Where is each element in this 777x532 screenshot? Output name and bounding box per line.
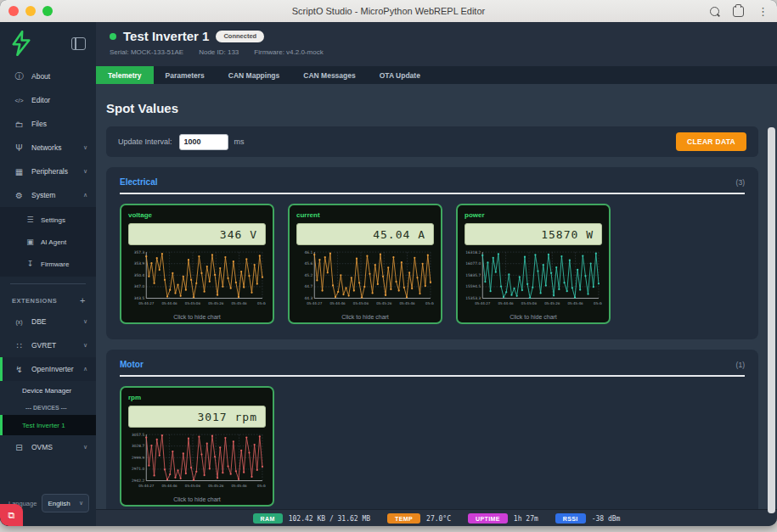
- voltage-chart[interactable]: 357.3353.9350.4347.0343.505:44:2705:44:4…: [128, 249, 266, 313]
- sidebar-item-label: Peripherals: [31, 167, 68, 176]
- sidebar-item-firmware[interactable]: ↧Firmware: [0, 253, 96, 275]
- svg-text:05:46: 05:46: [257, 301, 266, 305]
- update-interval-input[interactable]: [179, 134, 228, 150]
- folder-icon: 🗀: [14, 120, 25, 129]
- status-rssi: RSSI-38 dBm: [555, 513, 621, 524]
- telemetry-card-rpm[interactable]: rpm 3017 rpm 3057.53028.72999.92971.0294…: [120, 386, 274, 507]
- svg-text:05:45:06: 05:45:06: [185, 301, 201, 305]
- sidebar-item-dbe[interactable]: (x)DBE∨: [0, 310, 96, 333]
- tab-telemetry[interactable]: Telemetry: [96, 66, 154, 84]
- lcd-value: 15870 W: [541, 228, 594, 241]
- chevron-down-icon: ∨: [83, 342, 87, 349]
- sidebar-item-label: Test Inverter 1: [22, 422, 65, 429]
- sidebar-item-settings[interactable]: ☰Settings: [0, 209, 96, 231]
- extensions-label: EXTENSIONS: [12, 297, 57, 305]
- info-icon: ⓘ: [14, 70, 25, 82]
- telemetry-card-voltage[interactable]: voltage 346 V 357.3353.9350.4347.0343.50…: [120, 204, 274, 324]
- sidebar-item-openinverter[interactable]: ↯OpenInverter∧: [0, 357, 96, 381]
- sidebar-item-device-manager[interactable]: Device Manager: [0, 381, 96, 400]
- lcd-value: 346 V: [220, 228, 257, 241]
- power-chart[interactable]: 16318.216077.015835.715594.515353.305:44…: [465, 249, 602, 313]
- code-icon: </>: [14, 98, 25, 104]
- sidebar-item-test-inverter-1[interactable]: Test Inverter 1: [0, 415, 96, 435]
- titlebar: ScriptO Studio - MicroPython WebREPL Edi…: [0, 0, 777, 23]
- main-content: Spot Values Update Interval: ms CLEAR DA…: [96, 84, 777, 509]
- connected-badge: Connected: [216, 31, 264, 42]
- hide-chart-hint[interactable]: Click to hide chart: [128, 314, 266, 320]
- hide-chart-hint[interactable]: Click to hide chart: [296, 314, 434, 320]
- svg-text:44.7: 44.7: [305, 284, 313, 288]
- bolt-icon: ↯: [14, 365, 25, 374]
- svg-text:05:45:26: 05:45:26: [208, 301, 224, 305]
- sidebar-item-label: About: [31, 72, 50, 81]
- sidebar-item-files[interactable]: 🗀Files: [0, 112, 96, 136]
- sidebar-collapse-icon[interactable]: [71, 37, 86, 50]
- svg-text:05:44:46: 05:44:46: [162, 484, 178, 488]
- hide-chart-hint[interactable]: Click to hide chart: [465, 314, 602, 320]
- sidebar-item-gvret[interactable]: ∷GVRET∨: [0, 333, 96, 357]
- page-title: Spot Values: [106, 101, 758, 115]
- svg-text:353.9: 353.9: [134, 261, 145, 266]
- telemetry-card-power[interactable]: power 15870 W 16318.216077.015835.715594…: [456, 204, 611, 324]
- tab-ota-update[interactable]: OTA Update: [368, 66, 432, 84]
- tab-parameters[interactable]: Parameters: [154, 66, 217, 84]
- svg-text:15353.3: 15353.3: [465, 296, 481, 300]
- sidebar-item-label: Device Manager: [22, 387, 71, 395]
- chevron-down-icon: ∨: [83, 318, 87, 325]
- link-icon: ⧉: [8, 510, 15, 521]
- chevron-up-icon: ∧: [83, 366, 87, 372]
- device-serial: Serial: MOCK-133-51AE: [110, 48, 183, 56]
- section-count: (1): [736, 361, 745, 369]
- svg-text:357.3: 357.3: [134, 250, 145, 255]
- sidebar-item-editor[interactable]: </>Editor: [0, 88, 96, 112]
- rpm-chart[interactable]: 3057.53028.72999.92971.02942.205:44:2705…: [128, 431, 266, 496]
- menu-kebab-icon[interactable]: ⋮: [757, 6, 769, 17]
- sidebar-item-peripherals[interactable]: ▦Peripherals∨: [0, 160, 96, 183]
- sidebar-item-ovms[interactable]: ⊟OVMS∨: [0, 435, 96, 459]
- lcd-value: 45.04 A: [373, 228, 425, 241]
- connection-status-dot: [110, 33, 116, 40]
- chevron-down-icon: ∨: [83, 168, 87, 175]
- svg-text:05:45:06: 05:45:06: [521, 301, 538, 305]
- sidebar-item-label: System: [31, 191, 55, 199]
- sidebar-item-networks[interactable]: ΨNetworks∨: [0, 136, 96, 160]
- svg-text:05:46: 05:46: [425, 301, 434, 305]
- tab-can-mappings[interactable]: CAN Mappings: [217, 66, 291, 84]
- chip-icon: ▦: [14, 167, 25, 176]
- svg-text:05:45:46: 05:45:46: [568, 301, 584, 305]
- telemetry-card-current[interactable]: current 45.04 A 46.145.645.244.744.305:4…: [288, 204, 442, 324]
- sidebar-item-system[interactable]: ⚙System∧: [0, 183, 96, 207]
- sliders-icon: ☰: [25, 216, 35, 224]
- sidebar-item-about[interactable]: ⓘAbout: [0, 64, 96, 88]
- svg-text:2942.2: 2942.2: [132, 479, 144, 483]
- add-extension-button[interactable]: +: [80, 295, 86, 305]
- current-chart[interactable]: 46.145.645.244.744.305:44:2705:44:4605:4…: [296, 249, 434, 313]
- section-title[interactable]: Motor: [120, 360, 144, 369]
- tabbar: Telemetry Parameters CAN Mappings CAN Me…: [96, 66, 777, 84]
- svg-text:46.1: 46.1: [305, 250, 313, 255]
- uptime-value: 1h 27m: [514, 515, 538, 523]
- section-rule: [120, 193, 745, 194]
- sidebar-item-ai-agent[interactable]: ▣AI Agent: [0, 231, 96, 253]
- svg-text:05:45:06: 05:45:06: [353, 301, 369, 305]
- section-title[interactable]: Electrical: [120, 177, 157, 187]
- tab-can-messages[interactable]: CAN Messages: [291, 66, 367, 84]
- sidebar-item-label: Editor: [31, 96, 50, 104]
- clear-data-button[interactable]: CLEAR DATA: [676, 132, 746, 151]
- svg-text:2971.0: 2971.0: [132, 467, 144, 471]
- chevron-up-icon: ∧: [83, 192, 87, 199]
- link-badge[interactable]: ⧉: [0, 504, 23, 526]
- card-label: rpm: [128, 394, 266, 401]
- language-value: English: [48, 500, 70, 507]
- capture-icon[interactable]: [733, 6, 744, 17]
- section-motor: Motor (1) rpm 3017 rpm 3057.53028.72999.…: [106, 350, 758, 509]
- search-icon[interactable]: [710, 7, 719, 16]
- scrollbar-thumb[interactable]: [768, 127, 775, 513]
- device-firmware: Firmware: v4.2.0-mock: [254, 48, 323, 56]
- hide-chart-hint[interactable]: Click to hide chart: [128, 496, 266, 502]
- sidebar-item-label: OVMS: [31, 443, 53, 451]
- svg-text:16318.2: 16318.2: [465, 250, 481, 255]
- language-select[interactable]: English∨: [42, 494, 89, 512]
- svg-text:05:45:46: 05:45:46: [232, 301, 248, 305]
- temp-value: 27.0°C: [426, 515, 451, 523]
